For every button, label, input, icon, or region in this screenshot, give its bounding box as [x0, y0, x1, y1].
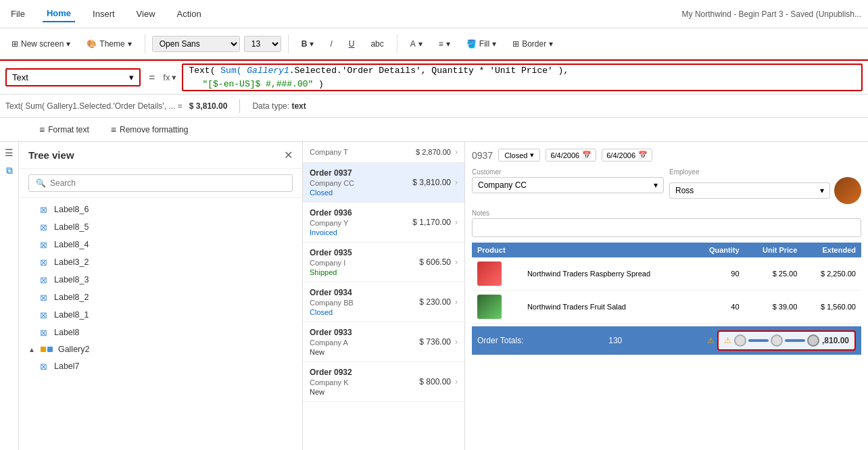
menu-action[interactable]: Action: [173, 6, 206, 22]
order-company: Company K: [310, 378, 352, 386]
gallery-square-orange: [41, 347, 46, 352]
customer-select[interactable]: Company CC ▾: [472, 177, 664, 193]
order-amount: $ 230.00: [419, 297, 451, 307]
fx-button[interactable]: fx ▾: [163, 72, 176, 82]
order-totals-qty: 130: [608, 336, 622, 345]
border-icon: ⊞: [512, 39, 519, 49]
chevron-icon: ›: [455, 178, 458, 187]
menu-home[interactable]: Home: [43, 5, 75, 22]
list-item-0935[interactable]: Order 0935 Company I Shipped $ 606.50 ›: [303, 243, 464, 282]
slider-track-2: [785, 339, 805, 342]
tree-item-gallery2[interactable]: ▲ Gallery2: [19, 341, 302, 357]
order-company: Company BB: [310, 299, 354, 307]
border-button[interactable]: ⊞Border▾: [506, 36, 559, 52]
theme-chevron-icon: ▾: [128, 39, 132, 49]
order-totals-bar: Order Totals: 130 ⚠ ⚠: [472, 326, 861, 355]
chevron-icon: ›: [455, 297, 458, 307]
sidebar-close-icon[interactable]: ✕: [284, 149, 293, 161]
tree-view-sidebar: Tree view ✕ 🔍 ⊠ Label8_6 ⊠ Label8_5 ⊠ La…: [19, 142, 303, 450]
collapse-icon: ▲: [28, 346, 35, 353]
order-name: Order 0936: [310, 208, 352, 218]
gallery-icon: [41, 347, 53, 352]
calendar-icon: 📅: [638, 151, 648, 159]
product-name-cell: Northwind Traders Raspberry Spread: [522, 257, 692, 291]
slider-circle-3: [807, 334, 819, 347]
list-item-partial[interactable]: Company T $ 2,870.00 ›: [303, 142, 464, 163]
tree-item-label8-5[interactable]: ⊠ Label8_5: [19, 218, 302, 236]
ribbon-sep-2: [288, 34, 289, 53]
search-input[interactable]: [50, 178, 285, 188]
product-col-header: Product: [472, 243, 692, 257]
strikethrough-button[interactable]: abc: [364, 36, 389, 52]
chevron-icon: ›: [455, 377, 458, 386]
fill-icon: 🪣: [466, 39, 477, 49]
tree-item-label7[interactable]: ⊠ Label7: [19, 357, 302, 375]
date-field-2[interactable]: 6/4/2006 📅: [602, 149, 652, 161]
tree-item-label8-1[interactable]: ⊠ Label8_1: [19, 306, 302, 324]
theme-button[interactable]: 🎨 Theme ▾: [80, 36, 137, 52]
formula-input[interactable]: Text( Sum( Gallery1.Selected.'Order Deta…: [182, 64, 863, 91]
notes-input[interactable]: [472, 218, 861, 237]
menu-insert[interactable]: Insert: [89, 6, 119, 22]
sidebar-search-area: 🔍: [19, 169, 302, 198]
bold-button[interactable]: B▾: [295, 36, 320, 52]
table-row[interactable]: Northwind Traders Raspberry Spread 90 $ …: [472, 257, 861, 291]
chevron-icon: ›: [455, 147, 458, 157]
tree-item-label8-3[interactable]: ⊠ Label8_3: [19, 271, 302, 289]
notes-label: Notes: [472, 209, 861, 217]
order-name: Order 0932: [310, 368, 352, 377]
label-icon: ⊠: [38, 204, 49, 215]
font-color-button[interactable]: A▾: [404, 36, 429, 52]
font-family-select[interactable]: Open Sans: [152, 36, 240, 52]
employee-select[interactable]: Ross ▾: [669, 182, 830, 199]
remove-formatting-button[interactable]: ≡ Remove formatting: [104, 122, 195, 138]
ribbon-toolbar: ⊞ New screen ▾ 🎨 Theme ▾ Open Sans 13 B▾…: [0, 28, 868, 59]
date-field-1[interactable]: 6/4/2006 📅: [546, 149, 596, 161]
menu-file[interactable]: File: [7, 6, 29, 22]
fx-chevron-icon: ▾: [172, 72, 176, 82]
table-row[interactable]: Northwind Traders Fruit Salad 40 $ 39.00…: [472, 291, 861, 324]
tree-item-label3-2[interactable]: ⊠ Label3_2: [19, 253, 302, 271]
hamburger-icon[interactable]: ☰: [5, 147, 14, 158]
tree-item-label8-4[interactable]: ⊠ Label8_4: [19, 236, 302, 253]
sidebar-title: Tree view: [28, 149, 74, 161]
order-totals-label: Order Totals:: [477, 336, 523, 345]
list-item-0934[interactable]: Order 0934 Company BB Closed $ 230.00 ›: [303, 282, 464, 322]
equals-sign: =: [145, 72, 159, 84]
layers-icon[interactable]: ⧉: [6, 165, 13, 176]
sidebar-header: Tree view ✕: [19, 142, 302, 169]
list-item-0937[interactable]: Order 0937 Company CC Closed $ 3,810.00 …: [303, 163, 464, 203]
customer-field: Customer Company CC ▾: [472, 168, 664, 204]
label-icon: ⊠: [38, 292, 49, 303]
menu-view[interactable]: View: [132, 6, 160, 22]
selection-control[interactable]: ⚠ ,810.00: [717, 330, 856, 351]
font-size-select[interactable]: 13: [244, 36, 281, 52]
tree-item-label8-6[interactable]: ⊠ Label8_6: [19, 201, 302, 218]
status-badge[interactable]: Closed ▾: [498, 149, 540, 161]
order-status: New: [310, 348, 352, 356]
new-screen-button[interactable]: ⊞ New screen ▾: [5, 36, 76, 52]
product-img-cell: [472, 291, 522, 324]
customer-label: Customer: [472, 168, 664, 176]
tree-item-label8[interactable]: ⊠ Label8: [19, 324, 302, 341]
tree-item-label8-2[interactable]: ⊠ Label8_2: [19, 289, 302, 306]
format-text-button[interactable]: ≡ Format text: [32, 122, 96, 138]
italic-button[interactable]: /: [324, 36, 338, 52]
underline-button[interactable]: U: [343, 36, 361, 52]
order-status: Invoiced: [310, 228, 352, 236]
label-icon: ⊠: [38, 361, 49, 372]
price-col-header: Unit Price: [745, 243, 803, 257]
eval-result: $ 3,810.00: [189, 101, 228, 111]
format-bar: ≡ Format text ≡ Remove formatting: [0, 118, 868, 142]
chevron-icon: ›: [455, 337, 458, 347]
table-header-row: Product Quantity Unit Price Extended: [472, 243, 861, 257]
name-box-chevron-icon: ▾: [129, 72, 134, 82]
list-item-0932[interactable]: Order 0932 Company K New $ 800.00 ›: [303, 362, 464, 402]
fill-button[interactable]: 🪣Fill▾: [460, 36, 502, 52]
tree-items: ⊠ Label8_6 ⊠ Label8_5 ⊠ Label8_4 ⊠ Label…: [19, 198, 302, 450]
list-item-0936[interactable]: Order 0936 Company Y Invoiced $ 1,170.00…: [303, 203, 464, 243]
formula-name-box[interactable]: Text ▾: [5, 68, 141, 86]
search-icon: 🔍: [36, 178, 46, 188]
list-item-0933[interactable]: Order 0933 Company A New $ 736.00 ›: [303, 322, 464, 362]
align-button[interactable]: ≡▾: [433, 36, 456, 52]
